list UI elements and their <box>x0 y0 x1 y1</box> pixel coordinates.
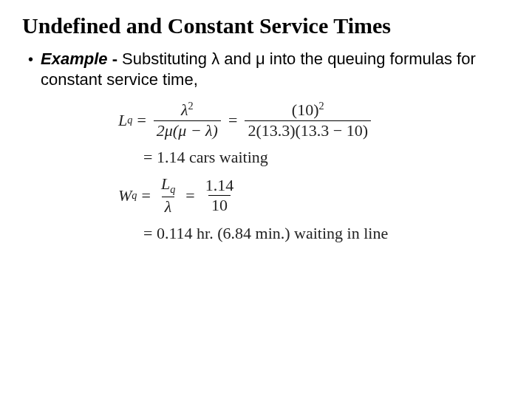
wq-frac3-num: Lq <box>158 174 178 197</box>
math-block: Lq = λ2 2μ(μ − λ) = (10)2 2(13.3)(13.3 −… <box>118 100 510 243</box>
wq-result: = 0.114 hr. (6.84 min.) waiting in line <box>143 224 388 243</box>
bullet-text: Example - Substituting λ and μ into the … <box>41 49 510 89</box>
equals-3: = <box>141 186 150 205</box>
bullet-dash: - <box>108 50 123 68</box>
lambda-sym: λ <box>181 100 188 119</box>
equals-2: = <box>228 111 237 130</box>
lq-equation: Lq = λ2 2μ(μ − λ) = (10)2 2(13.3)(13.3 −… <box>118 100 510 140</box>
lq-in-num-sub: q <box>170 184 175 196</box>
wq-symbol: W <box>118 186 132 205</box>
lq-frac2-den: 2(13.3)(13.3 − 10) <box>245 120 371 140</box>
lq-frac1-den: 2μ(μ − λ) <box>154 120 221 140</box>
lq-in-num: L <box>161 174 170 193</box>
lambda-sq: 2 <box>188 100 194 112</box>
lq-frac-symbolic: λ2 2μ(μ − λ) <box>154 100 221 140</box>
bullet-item: • Example - Substituting λ and μ into th… <box>28 49 510 89</box>
equals-1: = <box>137 111 146 130</box>
lq-result: = 1.14 cars waiting <box>143 148 268 167</box>
ten-base: (10) <box>292 100 319 119</box>
ten-sq: 2 <box>318 100 324 112</box>
wq-equation: Wq = Lq λ = 1.14 10 <box>118 174 510 216</box>
slide-title: Undefined and Constant Service Times <box>22 13 510 38</box>
wq-frac-numeric: 1.14 10 <box>202 176 237 216</box>
wq-frac-symbolic: Lq λ <box>158 174 178 216</box>
lq-frac1-num: λ2 <box>178 100 197 120</box>
bullet-marker: • <box>28 49 33 69</box>
lq-result-row: = 1.14 cars waiting <box>143 148 510 167</box>
lq-symbol: L <box>118 111 127 130</box>
wq-result-row: = 0.114 hr. (6.84 min.) waiting in line <box>143 224 510 243</box>
wq-frac4-den: 10 <box>208 195 231 215</box>
example-label: Example <box>41 50 108 68</box>
wq-frac4-num: 1.14 <box>202 176 237 195</box>
wq-subscript: q <box>132 189 137 202</box>
equals-4: = <box>185 186 194 205</box>
lq-subscript: q <box>127 114 132 126</box>
wq-frac3-den: λ <box>162 197 175 216</box>
lq-frac-numeric: (10)2 2(13.3)(13.3 − 10) <box>245 100 371 140</box>
lq-frac2-num: (10)2 <box>289 100 327 120</box>
